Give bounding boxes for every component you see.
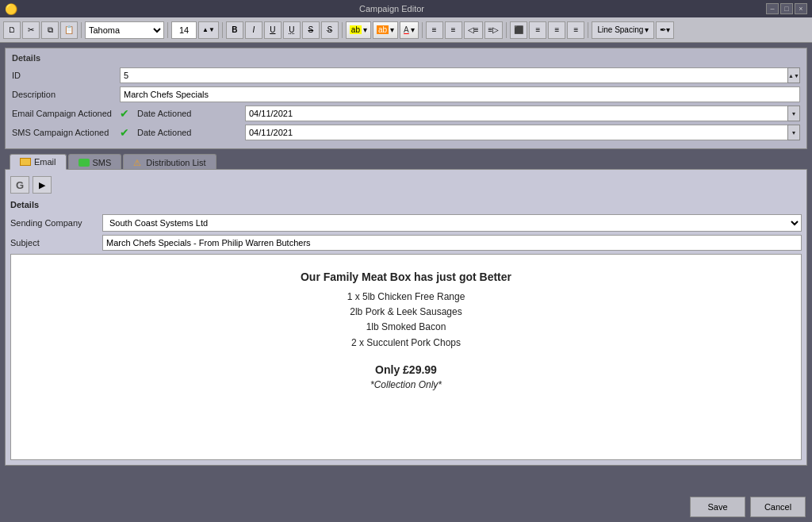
- id-label: ID: [12, 71, 115, 80]
- details-panel: Details ID ▲▼ Description Email Campaign…: [5, 48, 807, 149]
- line-spacing-label: Line Spacing: [597, 25, 643, 34]
- separator-4: [342, 22, 343, 38]
- email-date-field[interactable]: [245, 106, 787, 121]
- subject-label: Subject: [10, 238, 98, 248]
- sms-campaign-row: SMS Campaign Actioned ✔ Date Actioned ▾: [12, 125, 800, 140]
- new-button[interactable]: 🗋: [3, 21, 21, 39]
- line-spacing-arrow: ▾: [645, 25, 649, 34]
- bold-button[interactable]: B: [226, 21, 243, 39]
- id-spinner[interactable]: ▲▼: [787, 67, 800, 83]
- email-editor[interactable]: Our Family Meat Box has just got Better …: [10, 254, 802, 460]
- indent-increase-button[interactable]: ≡▷: [485, 21, 504, 39]
- editor-heading: Our Family Meat Box has just got Better: [27, 271, 785, 283]
- panel-toolbar: G ▶: [10, 175, 802, 195]
- list-unordered-button[interactable]: ≡: [426, 21, 443, 39]
- bottom-bar: Save Cancel: [0, 492, 812, 522]
- email-date-arrow[interactable]: ▾: [787, 106, 800, 121]
- email-tab-icon: [20, 158, 31, 166]
- line-spacing-button[interactable]: Line Spacing ▾: [592, 21, 654, 39]
- separator-1: [81, 22, 82, 38]
- id-input-wrapper: ▲▼: [120, 67, 800, 83]
- editor-line-1: 1 x 5lb Chicken Free Range: [27, 290, 785, 305]
- sms-date-wrapper: ▾: [245, 125, 800, 140]
- description-label: Description: [12, 90, 115, 99]
- sending-company-label: Sending Company: [10, 218, 98, 228]
- email-panel: G ▶ Details Sending Company South Coast …: [5, 169, 807, 466]
- sms-tab-icon: [79, 159, 90, 167]
- editor-line-4: 2 x Succulent Pork Chops: [27, 336, 785, 351]
- distribution-tab-label: Distribution List: [146, 158, 205, 167]
- separator-2: [167, 22, 168, 38]
- underline-button[interactable]: U: [264, 21, 282, 39]
- sms-campaign-label: SMS Campaign Actioned: [12, 128, 115, 137]
- subject-row: Subject: [10, 235, 802, 251]
- window-title: Campaign Editor: [17, 4, 766, 13]
- separator-6: [506, 22, 507, 38]
- panel-play-button[interactable]: ▶: [33, 176, 52, 194]
- align-justify-button[interactable]: ≡: [567, 21, 584, 39]
- close-button[interactable]: ×: [795, 3, 807, 14]
- app-icon: 🟡: [5, 3, 17, 15]
- align-left-button[interactable]: ⬛: [510, 21, 527, 39]
- details-title: Details: [12, 53, 800, 63]
- formatting-toolbar: 🗋 ✂ ⧉ 📋 Tahoma ▲▼ B I U U S S ab▾ ab▾ A▾…: [0, 17, 812, 43]
- separator-7: [588, 22, 588, 38]
- text-highlight-button[interactable]: ab▾: [346, 21, 371, 39]
- sending-company-row: Sending Company South Coast Systems Ltd: [10, 214, 802, 232]
- distribution-tab-icon: ⚠: [133, 158, 143, 167]
- sms-date-field[interactable]: [245, 125, 787, 140]
- align-center-button[interactable]: ≡: [529, 21, 546, 39]
- email-tab-label: Email: [34, 157, 56, 167]
- title-bar-left: 🟡: [5, 3, 17, 15]
- sms-tab-label: SMS: [93, 158, 112, 167]
- sms-date-actioned-label: Date Actioned: [137, 128, 240, 137]
- description-row: Description: [12, 86, 800, 102]
- list-ordered-button[interactable]: ≡: [445, 21, 462, 39]
- copy-button[interactable]: ⧉: [41, 21, 59, 39]
- font-size-input[interactable]: [171, 21, 197, 39]
- minimize-button[interactable]: –: [766, 3, 779, 14]
- separator-5: [422, 22, 423, 38]
- special-format-button[interactable]: ✒▾: [656, 21, 674, 39]
- panel-refresh-button[interactable]: G: [10, 176, 29, 194]
- restore-button[interactable]: □: [780, 3, 793, 14]
- email-date-actioned-label: Date Actioned: [137, 109, 240, 118]
- main-content: Details ID ▲▼ Description Email Campaign…: [0, 43, 812, 522]
- tab-distribution[interactable]: ⚠ Distribution List: [123, 154, 216, 170]
- editor-price: Only £29.99: [27, 363, 785, 376]
- cancel-button[interactable]: Cancel: [750, 497, 806, 517]
- subject-field[interactable]: [102, 235, 802, 251]
- tab-sms[interactable]: SMS: [68, 154, 122, 170]
- sms-date-arrow[interactable]: ▾: [787, 125, 800, 140]
- window-controls[interactable]: – □ ×: [766, 3, 807, 14]
- strikethrough-button[interactable]: S: [302, 21, 320, 39]
- id-row: ID ▲▼: [12, 67, 800, 83]
- underline2-button[interactable]: U: [283, 21, 301, 39]
- email-campaign-row: Email Campaign Actioned ✔ Date Actioned …: [12, 106, 800, 121]
- paste-button[interactable]: 📋: [60, 21, 78, 39]
- sending-company-select[interactable]: South Coast Systems Ltd: [102, 214, 802, 232]
- description-field[interactable]: [120, 86, 800, 102]
- indent-decrease-button[interactable]: ◁≡: [464, 21, 483, 39]
- separator-3: [222, 22, 223, 38]
- editor-note: *Collection Only*: [27, 379, 785, 390]
- align-right-button[interactable]: ≡: [548, 21, 565, 39]
- email-campaign-label: Email Campaign Actioned: [12, 109, 115, 118]
- font-size-stepper[interactable]: ▲▼: [198, 21, 219, 39]
- editor-line-3: 1lb Smoked Bacon: [27, 320, 785, 335]
- email-check-icon: ✔: [120, 107, 129, 120]
- font-family-select[interactable]: Tahoma: [85, 21, 164, 39]
- editor-line-2: 2lb Pork & Leek Sausages: [27, 305, 785, 320]
- tab-row: Email SMS ⚠ Distribution List: [5, 154, 807, 170]
- cut-button[interactable]: ✂: [22, 21, 40, 39]
- save-button[interactable]: Save: [690, 497, 745, 517]
- id-field[interactable]: [120, 67, 787, 83]
- italic-button[interactable]: I: [245, 21, 262, 39]
- text-color-button[interactable]: A▾: [400, 21, 419, 39]
- tabs-area: Email SMS ⚠ Distribution List: [5, 154, 807, 169]
- strikethrough2-button[interactable]: S: [321, 21, 339, 39]
- panel-details-title: Details: [10, 200, 802, 209]
- tab-email[interactable]: Email: [10, 154, 67, 170]
- email-date-wrapper: ▾: [245, 106, 800, 121]
- text-highlight2-button[interactable]: ab▾: [373, 21, 398, 39]
